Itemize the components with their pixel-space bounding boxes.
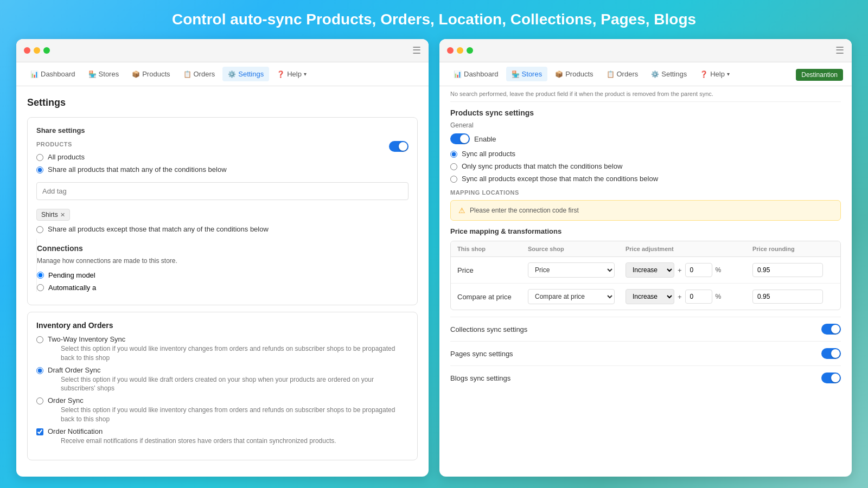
left-panel: ☰ 📊 Dashboard 🏪 Stores 📦 Products 📋 Orde… xyxy=(16,39,429,477)
blogs-sync-toggle[interactable] xyxy=(821,373,841,383)
price-row-2-value[interactable] xyxy=(685,290,712,304)
price-row-2-rounding[interactable] xyxy=(752,290,823,304)
radio-except-conditions[interactable]: Share all products except those that mat… xyxy=(36,225,409,233)
price-row-2-adj-select[interactable]: Increase xyxy=(626,289,674,304)
right-nav-help[interactable]: ❓ Help ▾ xyxy=(694,67,735,81)
two-way-sync-content: Two-Way Inventory Sync Select this optio… xyxy=(48,335,409,363)
right-nav-label-help: Help xyxy=(710,70,725,78)
right-nav-settings[interactable]: ⚙️ Settings xyxy=(646,67,692,81)
radio-all-products-input[interactable] xyxy=(36,154,43,161)
warning-box: ⚠ Please enter the connection code first xyxy=(450,200,841,221)
warning-icon: ⚠ xyxy=(458,206,465,215)
price-row-2: Compare at price Compare at price Increa… xyxy=(451,284,840,310)
shirts-tag-label: Shirts xyxy=(41,211,58,219)
tag-input[interactable] xyxy=(36,182,409,200)
left-panel-content: Settings Share settings PRODUCTS xyxy=(16,86,429,477)
shirts-tag: Shirts ✕ xyxy=(36,209,70,221)
nav-item-help[interactable]: ❓ Help ▾ xyxy=(271,67,312,81)
sync-all-products-option[interactable]: Sync all products xyxy=(450,150,841,158)
right-orders-icon: 📋 xyxy=(607,70,615,78)
page-title: Control auto-sync Products, Orders, Loca… xyxy=(172,11,696,28)
products-sync-section: Products sync settings General Enable Sy… xyxy=(450,108,841,183)
right-nav-label-orders: Orders xyxy=(617,70,639,78)
right-dot-red xyxy=(447,47,454,54)
products-toggle[interactable] xyxy=(389,141,409,153)
right-nav-label-products: Products xyxy=(565,70,593,78)
right-nav-label-dashboard: Dashboard xyxy=(464,70,499,78)
dot-green xyxy=(43,47,50,54)
two-way-sync-option[interactable]: Two-Way Inventory Sync Select this optio… xyxy=(36,335,409,363)
radio-auto-input[interactable] xyxy=(37,284,44,291)
order-sync-option[interactable]: Order Sync Select this option if you wou… xyxy=(36,396,409,424)
shirts-tag-remove[interactable]: ✕ xyxy=(60,211,65,219)
order-notification-desc: Receive email notifications if destinati… xyxy=(61,436,336,446)
price-row-1-adj-select[interactable]: Increase xyxy=(626,262,674,278)
sync-options-group: Sync all products Only sync products tha… xyxy=(450,150,841,183)
radio-auto[interactable]: Automatically a xyxy=(37,284,409,292)
radio-match-conditions-input[interactable] xyxy=(36,166,43,174)
order-notification-row[interactable]: Order Notification Receive email notific… xyxy=(36,427,409,446)
sync-all-products-radio[interactable] xyxy=(450,151,457,158)
right-nav-stores[interactable]: 🏪 Stores xyxy=(506,67,548,81)
radio-pending-input[interactable] xyxy=(37,272,44,279)
blogs-sync-label: Blogs sync settings xyxy=(450,374,510,382)
sync-except-conditions-radio[interactable] xyxy=(450,176,457,183)
right-nav-orders[interactable]: 📋 Orders xyxy=(601,67,644,81)
settings-icon: ⚙️ xyxy=(228,70,236,78)
radio-pending-label: Pending model xyxy=(48,271,95,279)
stores-icon: 🏪 xyxy=(88,70,97,78)
sync-except-conditions-option[interactable]: Sync all products except those that matc… xyxy=(450,175,841,183)
price-row-1-value[interactable] xyxy=(685,263,712,277)
sync-match-conditions-radio[interactable] xyxy=(450,163,457,170)
products-sync-title: Products sync settings xyxy=(450,108,841,117)
right-nav-label-settings: Settings xyxy=(661,70,687,78)
nav-item-dashboard[interactable]: 📊 Dashboard xyxy=(25,67,81,81)
sync-match-conditions-option[interactable]: Only sync products that match the condit… xyxy=(450,162,841,170)
right-settings-icon: ⚙️ xyxy=(651,70,659,78)
radio-match-conditions[interactable]: Share all products that match any of the… xyxy=(36,165,409,174)
price-row-1: Price Price Increase + % xyxy=(451,257,840,284)
left-panel-titlebar: ☰ xyxy=(16,39,429,62)
share-settings-card: Share settings PRODUCTS All products xyxy=(27,117,418,305)
two-way-sync-radio[interactable] xyxy=(36,336,43,343)
radio-all-products[interactable]: All products xyxy=(36,153,409,161)
price-row-1-rounding[interactable] xyxy=(752,263,823,277)
price-row-1-label: Price xyxy=(457,266,528,274)
price-row-2-source-select[interactable]: Compare at price xyxy=(528,289,615,304)
nav-item-stores[interactable]: 🏪 Stores xyxy=(83,67,125,81)
radio-except-conditions-input[interactable] xyxy=(36,226,43,233)
products-toggle-switch[interactable] xyxy=(389,141,409,152)
nav-item-products[interactable]: 📦 Products xyxy=(126,67,175,81)
tags-container: Shirts ✕ xyxy=(36,209,409,221)
mapping-locations-section: MAPPING LOCATIONS ⚠ Please enter the con… xyxy=(450,189,841,221)
right-panel-content: No search performed, leave the product f… xyxy=(439,86,852,477)
draft-order-sync-option[interactable]: Draft Order Sync Select this option if y… xyxy=(36,366,409,394)
radio-pending[interactable]: Pending model xyxy=(37,271,409,279)
share-settings-title: Share settings xyxy=(36,126,85,134)
price-row-2-adj: Increase + % xyxy=(626,289,752,304)
enable-toggle[interactable] xyxy=(450,133,470,144)
right-products-icon: 📦 xyxy=(555,70,563,78)
order-notification-checkbox[interactable] xyxy=(36,428,43,435)
col-price-adj: Price adjustment xyxy=(626,246,752,252)
price-row-1-source-select[interactable]: Price xyxy=(528,262,615,278)
pages-sync-toggle[interactable] xyxy=(821,348,841,359)
right-nav-products[interactable]: 📦 Products xyxy=(550,67,598,81)
nav-item-settings[interactable]: ⚙️ Settings xyxy=(222,67,269,81)
price-mapping-section: Price mapping & transformations This sho… xyxy=(450,227,841,310)
right-help-icon: ❓ xyxy=(700,70,708,78)
draft-order-sync-radio[interactable] xyxy=(36,367,43,374)
collections-sync-toggle[interactable] xyxy=(821,324,841,335)
nav-label-orders: Orders xyxy=(194,70,215,78)
mapping-label: MAPPING LOCATIONS xyxy=(450,189,841,196)
right-panel-titlebar: ☰ xyxy=(439,39,852,62)
nav-item-orders[interactable]: 📋 Orders xyxy=(178,67,221,81)
small-text-note: No search performed, leave the product f… xyxy=(450,86,841,102)
nav-label-dashboard: Dashboard xyxy=(41,70,75,78)
order-sync-radio[interactable] xyxy=(36,397,43,404)
price-table: This shop Source shop Price adjustment P… xyxy=(450,241,841,310)
price-mapping-title: Price mapping & transformations xyxy=(450,227,841,235)
price-row-1-plus: + xyxy=(678,266,682,274)
right-nav-dashboard[interactable]: 📊 Dashboard xyxy=(448,67,504,81)
nav-label-stores: Stores xyxy=(99,70,119,78)
